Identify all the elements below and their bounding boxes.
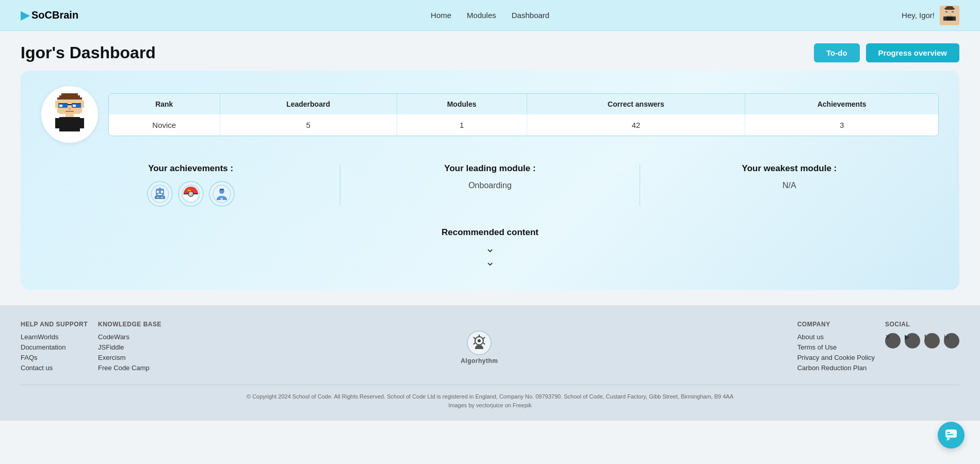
svg-rect-4 [943,9,945,12]
stat-val-achievements: 3 [745,114,938,136]
chat-button[interactable] [938,422,965,449]
user-avatar-nav[interactable] [940,6,959,25]
svg-point-46 [189,193,192,195]
main-card: Rank Leaderboard Modules Correct answers… [21,71,959,290]
svg-rect-16 [57,97,82,100]
svg-text:B: B [220,197,223,201]
social-youtube-button[interactable]: ▶ [905,333,920,349]
footer-jsfiddle[interactable]: JSFiddle [98,343,161,351]
chat-icon [944,428,958,442]
footer-terms[interactable]: Terms of Use [797,343,875,351]
stat-col-modules: Modules [397,94,527,114]
svg-rect-5 [954,9,956,12]
svg-rect-15 [59,95,80,97]
footer-top: Help and Support LearnWorlds Documentati… [21,321,959,374]
info-row: Your achievements : [41,163,939,207]
footer-contact[interactable]: Contact us [21,364,88,372]
svg-rect-31 [59,117,80,131]
footer-privacy[interactable]: Privacy and Cookie Policy [797,354,875,361]
footer-about-us[interactable]: About us [797,333,875,341]
algo-logo: Algorhythm [461,330,498,364]
footer-image-credit: Images by vectorjuice on Freepik [21,401,959,410]
nav-dashboard[interactable]: Dashboard [512,11,549,20]
svg-rect-11 [945,16,954,21]
logo-arrow-icon: ▶ [21,9,29,22]
navbar: ▶ SoCBrain Home Modules Dashboard Hey, I… [0,0,980,31]
avatar-nav-svg [941,6,958,25]
svg-rect-42 [161,197,163,198]
stat-col-correct: Correct answers [527,94,745,114]
svg-rect-22 [68,104,72,105]
stat-col-achievements: Achievements [745,94,938,114]
user-avatar-svg [49,91,90,138]
svg-rect-38 [158,194,162,195]
achievement-badge-1 [147,181,173,207]
svg-rect-1 [945,7,954,8]
achievement-badge-2 [178,181,204,207]
svg-rect-7 [952,11,954,12]
footer-copyright: © Copyright 2024 School of Code. All Rig… [21,392,959,402]
svg-rect-47 [188,190,191,191]
footer-documentation[interactable]: Documentation [21,343,88,351]
header-buttons: To-do Progress overview [814,43,959,62]
svg-rect-28 [66,111,74,112]
footer-codewars[interactable]: CodeWars [98,333,161,341]
stat-val-correct: 42 [527,114,745,136]
achievements-block: Your achievements : [41,163,340,207]
footer-freecodecamp[interactable]: Free Code Camp [98,364,161,372]
footer-bottom: © Copyright 2024 School of Code. All Rig… [21,385,959,410]
svg-rect-9 [945,13,954,15]
progress-overview-button[interactable]: Progress overview [866,43,959,62]
footer-help-support: Help and Support LearnWorlds Documentati… [21,321,88,374]
svg-rect-24 [73,105,76,107]
svg-rect-41 [157,197,159,198]
stat-col-rank: Rank [109,94,220,114]
achievements-title: Your achievements : [41,163,340,174]
footer-kb-heading: Knowledge Base [98,321,161,328]
page-header: Igor's Dashboard To-do Progress overview [0,31,980,71]
user-avatar-circle [41,86,98,143]
user-greeting-text: Hey, Igor! [902,11,935,20]
footer-knowledge-base: Knowledge Base CodeWars JSFiddle Exercis… [98,321,161,374]
svg-rect-50 [220,189,224,190]
svg-rect-29 [59,112,80,114]
svg-rect-32 [55,118,61,128]
logo-text: SoCBrain [31,9,78,21]
svg-rect-60 [945,429,957,438]
svg-rect-37 [161,191,163,193]
todo-button[interactable]: To-do [814,43,860,62]
svg-rect-8 [949,12,951,13]
badge-1-svg [151,185,169,203]
stats-table: Rank Leaderboard Modules Correct answers… [108,93,939,136]
chevron-down-icon[interactable]: ⌄⌄ [41,242,939,269]
footer-carbon[interactable]: Carbon Reduction Plan [797,364,875,372]
achievement-icons: B [41,181,340,207]
footer-faqs[interactable]: FAQs [21,354,88,361]
nav-modules[interactable]: Modules [467,11,496,20]
svg-rect-33 [78,118,84,128]
footer-exercism[interactable]: Exercism [98,354,161,361]
nav-home[interactable]: Home [431,11,451,20]
page-title: Igor's Dashboard [21,43,156,62]
svg-rect-23 [59,105,62,107]
user-greeting-area: Hey, Igor! [902,6,959,25]
svg-rect-30 [66,114,74,117]
leading-module-title: Your leading module : [340,163,639,174]
stat-col-leaderboard: Leaderboard [220,94,397,114]
recommended-title: Recommended content [41,227,939,238]
svg-rect-3 [944,8,955,10]
stat-val-rank: Novice [109,114,220,136]
svg-rect-39 [159,188,161,189]
social-linkedin-button[interactable]: in [944,333,959,349]
badge-2-svg [182,185,200,203]
social-facebook-button[interactable]: f [924,333,940,349]
algo-logo-icon [467,330,492,355]
social-x-button[interactable]: ✕ [885,333,901,349]
leading-module-block: Your leading module : Onboarding [340,163,639,190]
svg-rect-36 [157,191,159,193]
footer: Help and Support LearnWorlds Documentati… [0,305,980,421]
logo[interactable]: ▶ SoCBrain [21,9,78,22]
badge-3-svg: B [213,185,231,203]
footer-learnworlds[interactable]: LearnWorlds [21,333,88,341]
algo-name-text: Algorhythm [461,357,498,364]
